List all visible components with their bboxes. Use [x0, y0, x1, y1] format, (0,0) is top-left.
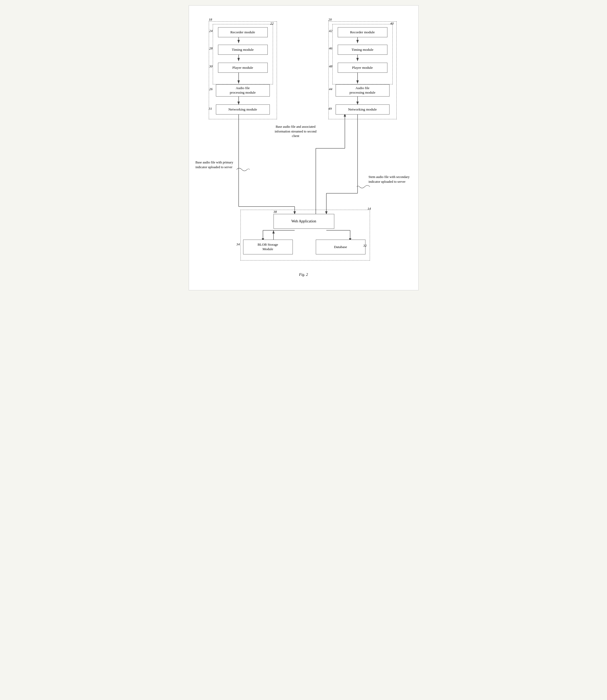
ref-34: 34 — [236, 242, 240, 246]
fig-caption: Fig. 2 — [194, 273, 413, 277]
left-recorder-box: Recorder module — [218, 27, 268, 37]
wavy-line-right — [357, 183, 370, 191]
diagram: 18 22 Recorder module 24 Timing module 2… — [194, 14, 413, 267]
ref-14: 14 — [368, 206, 371, 211]
right-timing-box: Timing module — [338, 45, 388, 55]
ref-49: 49 — [329, 106, 332, 111]
ref-46: 46 — [329, 46, 332, 51]
right-networking-box: Networking module — [336, 104, 390, 115]
right-recorder-box: Recorder module — [338, 27, 388, 37]
left-networking-box: Networking module — [216, 104, 270, 115]
annotation-base-stream: Base audio file and associated informati… — [273, 124, 318, 139]
ref-30: 30 — [209, 64, 213, 68]
ref-44: 44 — [329, 87, 332, 91]
annotation-base-upload: Base audio file with primary indicator u… — [195, 160, 239, 169]
annotation-stem-upload: Stem audio file with secondary indicator… — [369, 175, 414, 184]
ref-22: 22 — [270, 21, 274, 26]
ref-48: 48 — [329, 64, 332, 68]
right-player-box: Player module — [338, 63, 388, 73]
right-audio-box: Audio file processing module — [336, 84, 390, 97]
web-app-box: Web Application — [273, 214, 334, 229]
blob-storage-box: BLOB Storage Module — [243, 240, 293, 254]
left-player-box: Player module — [218, 63, 268, 73]
ref-38: 38 — [273, 210, 277, 214]
wavy-line-left — [236, 165, 250, 174]
ref-28: 28 — [209, 46, 213, 51]
left-timing-box: Timing module — [218, 45, 268, 55]
ref-24: 24 — [209, 29, 213, 33]
ref-18: 18 — [209, 17, 212, 22]
page: 18 22 Recorder module 24 Timing module 2… — [189, 5, 419, 291]
ref-42: 42 — [329, 29, 332, 33]
ref-40: 40 — [390, 21, 394, 26]
ref-26: 26 — [209, 87, 213, 91]
ref-20: 20 — [329, 17, 332, 22]
ref-31: 31 — [209, 106, 212, 111]
ref-32: 32 — [363, 243, 367, 248]
left-audio-box: Audio file processing module — [216, 84, 270, 97]
database-box: Database — [316, 240, 365, 254]
